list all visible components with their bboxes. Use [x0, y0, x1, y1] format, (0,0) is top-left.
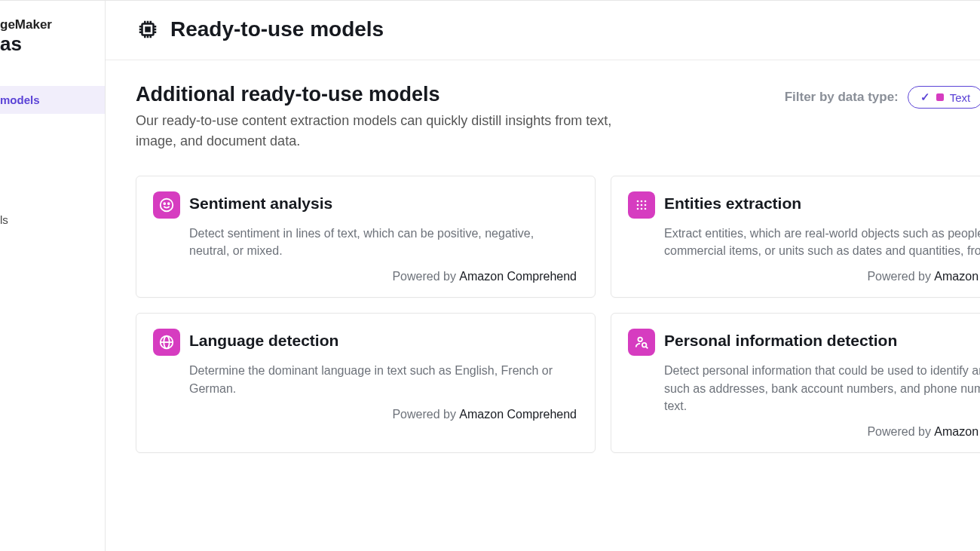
page-title: Ready-to-use models — [170, 17, 384, 41]
card-description: Detect personal information that could b… — [664, 362, 980, 415]
svg-point-22 — [645, 204, 647, 207]
card-description: Detect sentiment in lines of text, which… — [189, 225, 577, 259]
page-header: Ready-to-use models — [106, 1, 980, 60]
card-powered-by: Powered by Amazon Comprehend — [153, 270, 577, 283]
filter-label: Filter by data type: — [785, 90, 899, 105]
card-title: Personal information detection — [664, 332, 897, 350]
card-powered-by: Powered by Amazon Comprehend — [628, 425, 980, 439]
card-title: Language detection — [189, 332, 338, 350]
text-swatch-icon — [936, 93, 944, 101]
svg-point-20 — [637, 204, 639, 207]
cpu-chip-icon — [136, 17, 160, 41]
powered-prefix: Powered by — [867, 270, 934, 283]
product-label-partial-2: as — [0, 32, 105, 56]
svg-point-18 — [641, 201, 643, 203]
chip-label: Text — [950, 91, 971, 104]
section-title: Additional ready-to-use models — [136, 83, 648, 106]
filter-chip-text[interactable]: ✓ Text — [908, 86, 980, 109]
svg-point-19 — [645, 201, 647, 203]
grid-dots-icon — [628, 191, 655, 219]
main-content: Ready-to-use models Additional ready-to-… — [106, 1, 980, 551]
svg-point-21 — [641, 204, 643, 207]
person-search-icon — [628, 329, 655, 356]
svg-point-25 — [645, 208, 647, 210]
sidebar-item-label: models — [0, 93, 40, 106]
filter-row: Filter by data type: ✓ Text Image — [785, 83, 980, 109]
svg-point-23 — [637, 208, 639, 210]
powered-prefix: Powered by — [392, 270, 459, 283]
globe-icon — [153, 329, 180, 356]
svg-point-29 — [638, 338, 642, 342]
card-description: Determine the dominant language in text … — [189, 362, 577, 396]
card-title: Sentiment analysis — [189, 194, 332, 213]
svg-rect-1 — [146, 28, 150, 32]
sidebar: geMaker as models ls — [0, 1, 106, 551]
svg-point-16 — [168, 203, 170, 204]
card-language-detection[interactable]: Language detection Determine the dominan… — [136, 313, 596, 453]
card-personal-information-detection[interactable]: Personal information detection Detect pe… — [611, 313, 980, 453]
section-description: Our ready-to-use content extraction mode… — [136, 111, 648, 152]
powered-prefix: Powered by — [867, 425, 934, 438]
card-title: Entities extraction — [664, 194, 801, 213]
svg-point-15 — [164, 203, 165, 204]
svg-point-24 — [641, 208, 643, 210]
card-entities-extraction[interactable]: Entities extraction Extract entities, wh… — [611, 176, 980, 298]
section-heading-block: Additional ready-to-use models Our ready… — [136, 83, 648, 152]
svg-point-30 — [642, 343, 647, 347]
powered-service: Amazon Comprehend — [459, 270, 577, 283]
card-powered-by: Powered by Amazon Comprehend — [628, 270, 980, 283]
sidebar-item-label: ls — [0, 213, 8, 226]
sidebar-item-other[interactable]: ls — [0, 206, 105, 234]
svg-point-17 — [637, 201, 639, 203]
check-icon: ✓ — [920, 90, 930, 104]
card-description: Extract entities, which are real-world o… — [664, 225, 980, 259]
powered-service: Amazon Comprehend — [459, 408, 577, 421]
card-powered-by: Powered by Amazon Comprehend — [153, 408, 577, 421]
svg-line-31 — [646, 347, 648, 348]
smile-icon — [153, 191, 180, 219]
powered-service: Amazon Comprehend — [934, 270, 980, 283]
sidebar-item-ready-to-use-models[interactable]: models — [0, 86, 105, 114]
powered-service: Amazon Comprehend — [934, 425, 980, 438]
product-label-partial-1: geMaker — [0, 17, 105, 32]
powered-prefix: Powered by — [392, 408, 459, 421]
cards-grid: Sentiment analysis Detect sentiment in l… — [136, 176, 980, 453]
svg-point-14 — [161, 199, 173, 212]
card-sentiment-analysis[interactable]: Sentiment analysis Detect sentiment in l… — [136, 176, 596, 298]
